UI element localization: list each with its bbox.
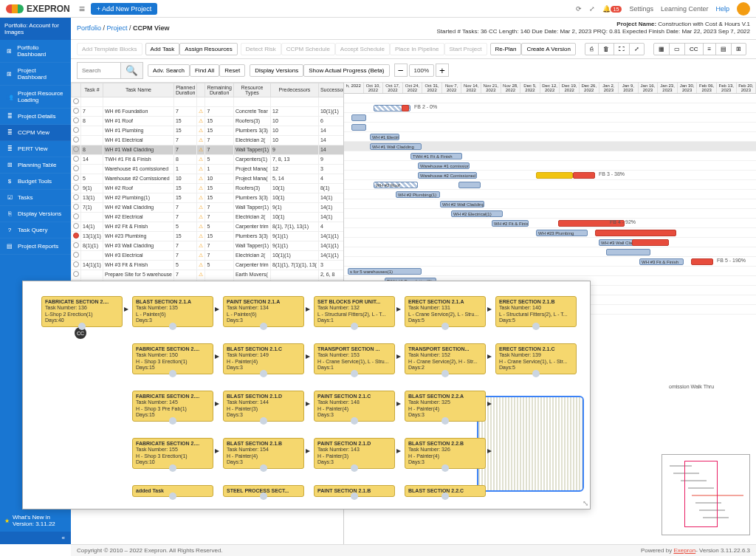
table-row[interactable]: WH #2 Electrical7⚠7Electrician 2(10(1)14… bbox=[72, 212, 345, 222]
node-handle[interactable] bbox=[441, 323, 449, 330]
search-input[interactable] bbox=[77, 62, 121, 79]
pert-node[interactable]: FABRICATE SECTION 2....Task Number: 136L… bbox=[41, 296, 123, 327]
sidebar-item-project-resource-loading[interactable]: 👥Project Resource Loading bbox=[0, 86, 71, 109]
node-handle[interactable] bbox=[78, 323, 86, 330]
pert-node[interactable]: TRANSPORT SECTION...Task Number: 152H - … bbox=[405, 343, 486, 374]
gantt-bar[interactable]: WH #2 Roof bbox=[374, 182, 418, 188]
view-mode-button[interactable]: CC bbox=[684, 43, 704, 55]
table-row[interactable]: 13(1)(1)WH #23 Plumbing15⚠15Plumbers 3(3… bbox=[72, 231, 345, 241]
node-handle[interactable] bbox=[441, 417, 449, 425]
sidebar-item-pert-view[interactable]: ≣PERT View bbox=[0, 141, 71, 157]
settings-link[interactable]: Settings bbox=[629, 5, 653, 13]
gantt-bar[interactable] bbox=[351, 124, 366, 131]
pert-node[interactable]: STEEL PROCESS SECT... bbox=[223, 485, 304, 497]
add-project-button[interactable]: + Add New Project bbox=[91, 3, 157, 15]
table-row[interactable]: 14(1)WH #2 Fit & Finish5⚠5Carpenter trim… bbox=[72, 222, 345, 231]
node-handle[interactable] bbox=[441, 464, 449, 472]
pert-node[interactable]: PAINT SECTION 2.1.DTask Number: 143H - P… bbox=[314, 438, 395, 469]
sidebar-item-tasks[interactable]: ☑Tasks bbox=[0, 190, 71, 206]
refresh-icon[interactable]: ⟳ bbox=[576, 5, 582, 13]
reset-button[interactable]: Reset bbox=[219, 64, 245, 77]
gantt-bar[interactable] bbox=[536, 172, 573, 179]
gantt-bar[interactable]: WH #2 Wall Cladding bbox=[440, 201, 484, 207]
gantt-bar[interactable]: WH #2 Plumbing(1) bbox=[396, 191, 440, 198]
node-handle[interactable] bbox=[169, 323, 176, 330]
resize-handle-icon[interactable]: ⤡ bbox=[583, 499, 588, 507]
view-mode-button[interactable]: ▤ bbox=[715, 43, 732, 55]
table-header[interactable]: Predecessors bbox=[271, 83, 319, 97]
pert-node[interactable]: BLAST SECTION 2.1.BTask Number: 154H - P… bbox=[223, 438, 304, 469]
gantt-bar[interactable] bbox=[606, 249, 650, 255]
view-mode-button[interactable]: ▭ bbox=[669, 43, 685, 55]
pert-overlay[interactable]: CC ⤡ FABRICATE SECTION 2....Task Number:… bbox=[22, 281, 591, 509]
gantt-bar[interactable]: s for 5 warehouses(1) bbox=[348, 268, 422, 275]
pert-node[interactable]: ERECT SECTION 2.1.ATask Number: 131L - C… bbox=[405, 296, 486, 327]
table-header[interactable]: Remaining Duration bbox=[205, 83, 233, 97]
gantt-bar[interactable]: WH #2 Electrical(1) bbox=[451, 210, 503, 217]
gantt-bar[interactable]: Warehouse #1 comissioned bbox=[418, 162, 470, 169]
table-header[interactable]: Task # bbox=[81, 83, 103, 97]
pert-node[interactable]: BLAST SECTION 2.2.BTask Number: 326H - P… bbox=[405, 438, 486, 469]
pert-node[interactable]: BLAST SECTION 2.2.ATask Number: 325H - P… bbox=[405, 391, 486, 422]
toolbar-icon-button[interactable]: ⤢ bbox=[629, 43, 645, 55]
table-row[interactable]: 9(1)WH #2 Roof15⚠15Roofers(3)10(1)8(1) bbox=[72, 183, 345, 193]
pert-node[interactable]: PAINT SECTION 2.1.ATask Number: 134L - P… bbox=[223, 296, 304, 327]
pert-node[interactable]: BLAST SECTION 2.2.C bbox=[405, 485, 486, 497]
sidebar-item-portfolio-dashboard[interactable]: ⊞Portfolio Dashboard bbox=[0, 40, 71, 63]
display-versions-button[interactable]: Display Versions bbox=[250, 64, 303, 77]
sidebar-item-display-versions[interactable]: ⎘Display Versions bbox=[0, 206, 71, 222]
pert-node[interactable]: BLAST SECTION 2.1.CTask Number: 149H - P… bbox=[223, 343, 304, 374]
node-handle[interactable] bbox=[441, 370, 449, 377]
bell-icon[interactable]: 🔔15 bbox=[602, 5, 622, 13]
expand-icon[interactable]: ⤢ bbox=[589, 5, 595, 13]
view-mode-button[interactable]: ▦ bbox=[653, 43, 670, 55]
search-button[interactable]: 🔍 bbox=[121, 62, 143, 79]
gantt-bar[interactable] bbox=[351, 114, 366, 121]
pert-node[interactable]: ERECT SECTION 2.1.CTask Number: 139H - C… bbox=[495, 343, 577, 374]
zoom-out-button[interactable]: − bbox=[394, 64, 408, 77]
gantt-bar[interactable]: TWH #1 Fit & Finish bbox=[410, 153, 462, 159]
table-row[interactable]: 13(1)WH #2 Plumbing(1)15⚠15Plumbers 3(3)… bbox=[72, 193, 345, 202]
table-header[interactable] bbox=[72, 83, 81, 97]
node-handle[interactable] bbox=[351, 492, 358, 500]
sidebar-item-project-dashboard[interactable]: ⊞Project Dashboard bbox=[0, 63, 71, 86]
gantt-bar[interactable] bbox=[573, 172, 595, 179]
overview-map[interactable] bbox=[662, 454, 750, 535]
gantt-bar[interactable]: WH #2 Fit & Finish bbox=[492, 220, 529, 227]
pert-node[interactable]: FABRICATE SECTION 2....Task Number: 155H… bbox=[132, 438, 213, 469]
table-row[interactable]: 14(1)(1)WH #3 Fit & Finish5⚠5Carpenter t… bbox=[72, 260, 345, 270]
node-handle[interactable] bbox=[351, 417, 358, 425]
table-row[interactable]: WH #1 Plumbing15⚠15Plumbers 3(3)1014 bbox=[72, 126, 345, 135]
gantt-bar[interactable]: WH #1 Wall Cladding bbox=[370, 143, 422, 150]
toolbar-icon-button[interactable]: 🗑 bbox=[598, 43, 614, 55]
gantt-bar[interactable] bbox=[632, 239, 669, 246]
table-row[interactable]: 8WH #1 Wall Cladding7⚠7Wall Tapper(1)914 bbox=[72, 145, 345, 154]
gantt-bar[interactable] bbox=[595, 230, 676, 236]
breadcrumb-portfolio[interactable]: Portfolio bbox=[77, 24, 101, 32]
table-row[interactable]: 8WH #1 Roof15⚠15Roofers(3)106 bbox=[72, 116, 345, 126]
pert-node[interactable]: BLAST SECTION 2.1.ATask Number: 135L - P… bbox=[132, 296, 213, 327]
table-row[interactable]: 14TWH #1 Fit & Finish8⚠5Carpenters(1)7, … bbox=[72, 154, 345, 164]
toolbar-icon-button[interactable]: ⛶ bbox=[614, 43, 630, 55]
node-handle[interactable] bbox=[532, 323, 540, 330]
footer-brand-link[interactable]: Exepron bbox=[673, 547, 695, 554]
show-actual-progress-beta--button[interactable]: Show Actual Progress (Beta) bbox=[303, 64, 389, 77]
re-plan-button[interactable]: Re-Plan bbox=[490, 43, 522, 55]
adv-search-button[interactable]: Adv. Search bbox=[148, 64, 190, 77]
sidebar-item-planning-table[interactable]: ⊞Planning Table bbox=[0, 157, 71, 174]
learning-link[interactable]: Learning Center bbox=[661, 5, 709, 13]
table-row[interactable]: 7WH #6 Foundation7⚠7Concrete Tear1210(1)… bbox=[72, 106, 345, 116]
table-row[interactable]: Prepare Site for 5 warehouse7⚠Earth Move… bbox=[72, 270, 345, 279]
gantt-bar[interactable]: WH #1 Electrical bbox=[370, 134, 399, 140]
sidebar-item-project-details[interactable]: ≣Project Details bbox=[0, 109, 71, 125]
hamburger-icon[interactable]: ≡ bbox=[79, 3, 85, 15]
table-row[interactable]: Warehouse #1 comissioned1⚠1Project Mana(… bbox=[72, 164, 345, 174]
gantt-bar[interactable]: Warehouse #2 Comissioned bbox=[418, 172, 477, 179]
gantt-bar[interactable] bbox=[691, 258, 713, 265]
pert-node[interactable]: FABRICATE SECTION 2....Task Number: 145H… bbox=[132, 391, 213, 422]
pert-node[interactable]: SET BLOCKS FOR UNIT...Task Number: 132L … bbox=[314, 296, 395, 327]
zoom-in-button[interactable]: + bbox=[436, 64, 449, 77]
table-header[interactable]: Planned Duration bbox=[173, 83, 196, 97]
node-handle[interactable] bbox=[532, 370, 540, 377]
find-all-button[interactable]: Find All bbox=[190, 64, 219, 77]
